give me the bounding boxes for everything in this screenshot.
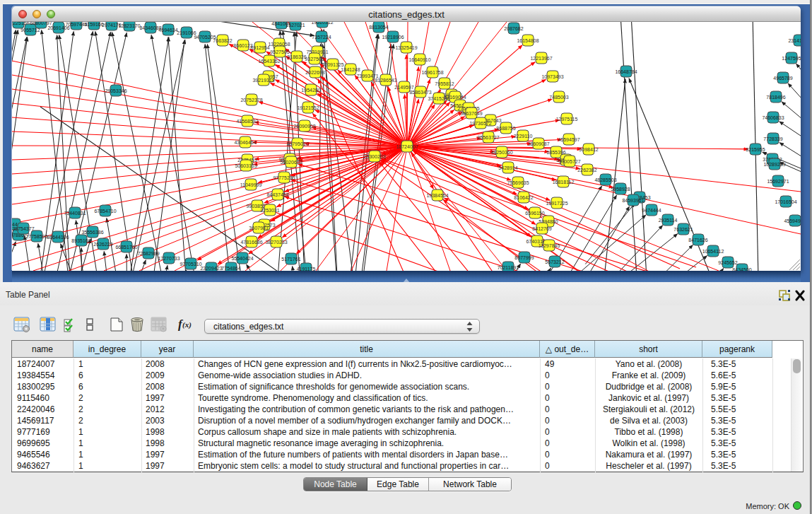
svg-text:19218906: 19218906 xyxy=(382,35,404,40)
svg-text:12823170: 12823170 xyxy=(118,23,140,28)
svg-text:29053346: 29053346 xyxy=(105,88,126,93)
svg-text:85563727: 85563727 xyxy=(477,135,499,140)
svg-text:96637649: 96637649 xyxy=(460,111,482,116)
svg-text:5159166: 5159166 xyxy=(84,22,103,27)
svg-text:7485003: 7485003 xyxy=(549,95,568,100)
svg-text:81286543: 81286543 xyxy=(375,78,396,83)
svg-text:5673212: 5673212 xyxy=(545,259,564,264)
svg-text:19510312: 19510312 xyxy=(311,22,333,25)
svg-text:48250360: 48250360 xyxy=(490,150,512,155)
svg-text:8688755: 8688755 xyxy=(496,126,515,131)
svg-text:7955812: 7955812 xyxy=(435,81,454,86)
svg-text:16648784: 16648784 xyxy=(615,69,637,74)
svg-text:16154808: 16154808 xyxy=(517,38,539,43)
svg-text:8935169: 8935169 xyxy=(71,238,90,243)
svg-text:41568532: 41568532 xyxy=(236,119,258,124)
svg-text:8106422: 8106422 xyxy=(514,195,533,200)
svg-text:10654112: 10654112 xyxy=(702,249,724,254)
svg-text:5171761: 5171761 xyxy=(281,257,300,262)
svg-text:17270733: 17270733 xyxy=(158,256,180,261)
svg-text:1247595: 1247595 xyxy=(782,56,801,61)
svg-text:23209423: 23209423 xyxy=(200,266,222,271)
svg-text:7663822: 7663822 xyxy=(213,38,232,43)
svg-text:75569635: 75569635 xyxy=(507,180,529,185)
svg-text:5958928: 5958928 xyxy=(611,187,630,192)
svg-text:70211891: 70211891 xyxy=(498,265,519,270)
svg-text:38754377: 38754377 xyxy=(12,226,34,231)
svg-text:38609087: 38609087 xyxy=(527,141,549,146)
svg-text:2229110: 2229110 xyxy=(514,134,533,139)
svg-text:4965789: 4965789 xyxy=(773,76,792,81)
svg-text:8215955: 8215955 xyxy=(746,147,765,152)
svg-text:8471626: 8471626 xyxy=(688,238,707,243)
svg-text:17016504: 17016504 xyxy=(775,199,796,204)
svg-text:8813054: 8813054 xyxy=(369,25,388,30)
svg-text:1954280: 1954280 xyxy=(301,88,320,93)
svg-text:(x): (x) xyxy=(182,320,192,329)
svg-text:5428914: 5428914 xyxy=(498,165,517,170)
svg-text:11049999: 11049999 xyxy=(240,182,262,187)
svg-text:3253031: 3253031 xyxy=(260,208,279,213)
svg-text:1841248: 1841248 xyxy=(341,67,360,72)
svg-text:16640910: 16640910 xyxy=(408,57,430,62)
svg-text:8077999: 8077999 xyxy=(514,255,534,260)
svg-text:97705310: 97705310 xyxy=(180,262,201,267)
svg-text:3607983: 3607983 xyxy=(249,226,268,230)
svg-text:9474444: 9474444 xyxy=(642,208,661,213)
svg-text:2022698: 2022698 xyxy=(305,70,324,75)
svg-text:12213967: 12213967 xyxy=(530,56,552,61)
svg-text:38270233: 38270233 xyxy=(265,240,287,245)
svg-text:9245652: 9245652 xyxy=(718,260,737,265)
svg-text:7357224: 7357224 xyxy=(312,35,331,40)
svg-text:47816686: 47816686 xyxy=(240,240,262,245)
svg-text:6855396: 6855396 xyxy=(546,150,565,155)
svg-text:13226058: 13226058 xyxy=(268,42,290,47)
svg-text:16818112: 16818112 xyxy=(553,180,575,185)
svg-text:97775215: 97775215 xyxy=(273,175,295,180)
svg-text:19384554: 19384554 xyxy=(426,193,448,198)
svg-text:19736572: 19736572 xyxy=(469,121,491,126)
svg-text:23141087: 23141087 xyxy=(788,38,801,43)
svg-text:25300203: 25300203 xyxy=(363,154,385,159)
svg-text:2087682: 2087682 xyxy=(504,26,523,31)
svg-text:73440831: 73440831 xyxy=(64,211,86,216)
svg-text:26090908: 26090908 xyxy=(293,124,315,129)
svg-text:66851760: 66851760 xyxy=(115,245,137,250)
svg-text:16961758: 16961758 xyxy=(421,70,443,75)
svg-text:8186326: 8186326 xyxy=(287,54,306,59)
svg-text:55540424: 55540424 xyxy=(231,256,253,261)
svg-text:35556386: 35556386 xyxy=(81,230,103,235)
svg-text:74606833: 74606833 xyxy=(762,115,784,120)
svg-text:72682989: 72682989 xyxy=(137,251,159,256)
svg-text:85863473: 85863473 xyxy=(409,90,431,95)
svg-text:18724007: 18724007 xyxy=(396,144,418,149)
svg-text:2262382: 2262382 xyxy=(577,168,596,173)
svg-text:11297845: 11297845 xyxy=(539,243,560,248)
svg-text:45594597: 45594597 xyxy=(558,137,579,142)
svg-text:50603163: 50603163 xyxy=(235,163,257,168)
svg-text:89795010: 89795010 xyxy=(286,141,308,146)
svg-text:13325419: 13325419 xyxy=(395,45,417,50)
svg-text:84593961: 84593961 xyxy=(622,198,644,203)
svg-text:19121552: 19121552 xyxy=(297,105,319,110)
svg-text:12975115: 12975115 xyxy=(556,117,578,122)
svg-text:52169044: 52169044 xyxy=(444,95,466,100)
svg-text:4694634: 4694634 xyxy=(158,28,177,33)
svg-text:27758595: 27758595 xyxy=(25,234,47,239)
svg-text:15692971: 15692971 xyxy=(767,179,789,184)
svg-text:56020613: 56020613 xyxy=(280,160,302,165)
svg-text:10289289: 10289289 xyxy=(763,162,785,167)
svg-text:5098412: 5098412 xyxy=(579,147,598,152)
svg-text:7728339: 7728339 xyxy=(763,136,782,141)
svg-text:2935114: 2935114 xyxy=(659,218,678,223)
svg-text:52091325: 52091325 xyxy=(322,62,343,67)
svg-text:30005727: 30005727 xyxy=(558,159,580,164)
svg-text:7818496: 7818496 xyxy=(766,95,785,100)
svg-text:8412769: 8412769 xyxy=(532,226,551,231)
svg-text:45594951: 45594951 xyxy=(784,218,801,223)
svg-text:20752378: 20752378 xyxy=(240,98,262,103)
svg-text:16543362: 16543362 xyxy=(258,59,280,64)
svg-text:84437458: 84437458 xyxy=(266,192,288,197)
svg-text:2149597: 2149597 xyxy=(394,85,413,90)
svg-text:10973493: 10973493 xyxy=(541,74,563,79)
